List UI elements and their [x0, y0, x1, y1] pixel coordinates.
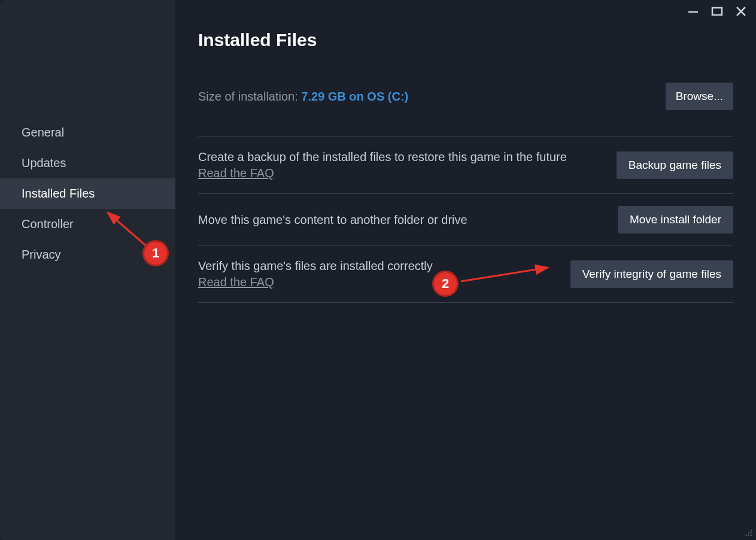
main-content: Installed Files Size of installation: 7.… [175, 0, 756, 540]
install-size-text: Size of installation: 7.29 GB on OS (C:) [198, 90, 408, 104]
sidebar-item-controller[interactable]: Controller [0, 209, 175, 239]
svg-point-9 [748, 532, 750, 534]
verify-faq-link[interactable]: Read the FAQ [198, 275, 274, 289]
browse-button[interactable]: Browse... [666, 83, 733, 110]
resize-grip-icon[interactable] [744, 528, 752, 536]
sidebar-item-updates[interactable]: Updates [0, 148, 175, 178]
maximize-button[interactable] [711, 5, 724, 18]
svg-point-8 [751, 530, 752, 532]
move-row: Move this game's content to another fold… [198, 194, 733, 246]
verify-text: Verify this game's files are installed c… [198, 258, 433, 290]
svg-point-13 [751, 535, 752, 536]
sidebar-item-privacy[interactable]: Privacy [0, 239, 175, 270]
svg-point-10 [751, 532, 752, 534]
svg-point-11 [746, 535, 748, 536]
install-size-value: 7.29 GB on OS (C:) [301, 90, 408, 103]
page-title: Installed Files [198, 30, 733, 50]
backup-button[interactable]: Backup game files [617, 151, 733, 179]
svg-point-12 [748, 535, 750, 536]
backup-text: Create a backup of the installed files t… [198, 149, 567, 181]
verify-row: Verify this game's files are installed c… [198, 246, 733, 303]
sidebar-item-general[interactable]: General [0, 117, 175, 148]
move-text: Move this game's content to another fold… [198, 212, 467, 228]
move-button[interactable]: Move install folder [618, 206, 733, 233]
sidebar: General Updates Installed Files Controll… [0, 0, 175, 540]
window-controls [687, 5, 748, 18]
install-size-row: Size of installation: 7.29 GB on OS (C:)… [198, 83, 733, 137]
verify-button[interactable]: Verify integrity of game files [570, 260, 733, 288]
move-desc: Move this game's content to another fold… [198, 213, 467, 226]
verify-desc: Verify this game's files are installed c… [198, 259, 433, 272]
svg-rect-1 [712, 8, 722, 15]
backup-desc: Create a backup of the installed files t… [198, 150, 567, 163]
close-button[interactable] [734, 5, 748, 18]
backup-row: Create a backup of the installed files t… [198, 137, 733, 194]
install-size-label: Size of installation: [198, 90, 301, 103]
sidebar-item-installed-files[interactable]: Installed Files [0, 178, 175, 209]
minimize-button[interactable] [687, 5, 700, 18]
backup-faq-link[interactable]: Read the FAQ [198, 166, 274, 180]
